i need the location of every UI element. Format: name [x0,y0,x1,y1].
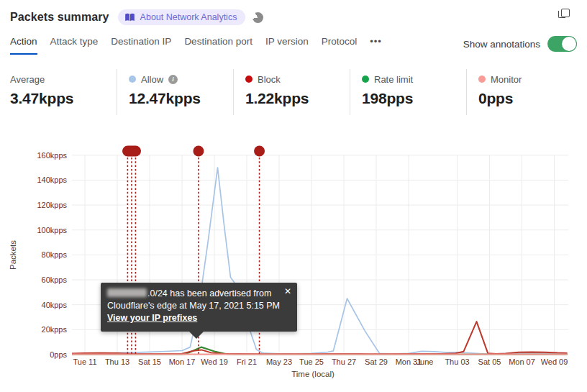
redacted-ip-prefix [107,288,147,297]
x-tick-label: Mon 17 [169,357,196,366]
y-tick-label: 100kpps [37,226,67,234]
y-tick-label: 60kpps [42,275,68,284]
about-network-analytics-badge[interactable]: About Network Analytics [118,9,246,25]
x-tick-label: June [417,357,434,366]
stat-label: Block [258,74,281,85]
y-tick-label: 0pps [50,350,67,359]
y-tick-label: 160kpps [37,151,67,160]
copy-icon[interactable] [561,9,570,17]
y-tick-label: 80kpps [42,250,68,259]
packets-summary-panel: Packets summary About Network Analytics … [0,0,587,392]
tab-attack-type[interactable]: Attack type [50,36,99,53]
annotation-marker[interactable] [254,146,265,157]
tab-destination-ip[interactable]: Destination IP [111,36,171,53]
show-annotations-label: Show annotations [463,39,540,50]
stat-average: Average 3.47kpps [10,69,117,115]
x-tick-label: Wed 19 [201,357,228,366]
tooltip-arrow [188,331,204,339]
stat-value: 198pps [362,90,466,107]
view-ip-prefixes-link[interactable]: View your IP prefixes [107,313,197,323]
toggle-knob [562,37,576,51]
annotation-marker[interactable] [193,146,204,157]
tab-protocol[interactable]: Protocol [322,36,358,53]
x-tick-label: May 23 [266,357,292,366]
stat-allow: Allow i 12.47kpps [117,69,233,115]
y-tick-label: 140kpps [37,176,67,184]
stat-monitor: Monitor 0pps [466,69,583,115]
chart-canvas: 0pps20kpps40kpps60kpps80kpps100kpps120kp… [0,137,587,392]
stat-block: Block 1.22kpps [233,69,350,115]
y-tick-label: 20kpps [42,325,68,334]
panel-header: Packets summary About Network Analytics [10,7,577,27]
pie-chart-icon[interactable] [252,12,263,23]
x-tick-label: Tue 11 [73,357,96,366]
x-tick-label: Thu 13 [105,357,129,366]
stats-row: Average 3.47kpps Allow i 12.47kpps Block… [10,69,587,115]
annotation-tooltip: .0/24 has been advertised from Cloudflar… [101,283,297,332]
page-title: Packets summary [10,11,109,24]
tab-destination-port[interactable]: Destination port [184,36,252,53]
x-tick-label: Tue 25 [299,357,324,366]
block-dot-icon [245,76,252,83]
stat-label: Monitor [491,74,522,85]
x-tick-label: Sat 15 [138,357,161,366]
x-tick-label: Wed 09 [541,357,568,366]
monitor-dot-icon [478,76,486,83]
stat-label: Rate limit [374,74,413,85]
show-annotations-control: Show annotations [463,36,577,52]
info-icon[interactable]: i [168,75,178,84]
allow-dot-icon [129,76,136,83]
x-tick-label: Thu 03 [445,357,469,366]
tooltip-line-1: .0/24 has been advertised from [107,288,278,300]
tab-action[interactable]: Action [10,36,37,55]
stat-value: 12.47kpps [129,90,233,107]
more-tabs-icon[interactable]: ••• [370,36,382,53]
about-badge-label: About Network Analytics [140,12,237,22]
x-tick-label: Mon 07 [509,357,535,366]
stat-value: 0pps [478,90,583,107]
dimension-tabs: Action Attack type Destination IP Destin… [10,36,577,58]
x-axis-caption: Time (local) [291,370,335,378]
stat-label: Average [10,74,45,85]
book-icon [124,12,135,22]
stat-label: Allow [141,74,163,85]
y-tick-label: 40kpps [42,301,68,309]
y-tick-label: 120kpps [37,201,67,209]
close-icon[interactable]: ✕ [284,286,291,296]
x-tick-label: Thu 27 [332,357,356,366]
x-tick-label: Sat 29 [365,357,388,366]
show-annotations-toggle[interactable] [547,36,577,52]
stat-value: 3.47kpps [10,90,117,107]
stat-value: 1.22kpps [245,90,350,107]
packets-time-series-chart: 0pps20kpps40kpps60kpps80kpps100kpps120kp… [0,137,587,392]
tooltip-line-2: Cloudflare's edge at May 17, 2021 5:15 P… [107,300,278,312]
annotation-cluster-marker[interactable] [122,146,141,157]
y-axis-caption: Packets [9,240,17,270]
stat-rate-limit: Rate limit 198pps [350,69,466,115]
rate-limit-dot-icon [362,76,369,83]
x-tick-label: Fri 21 [237,357,257,366]
x-tick-label: Sat 05 [478,357,501,366]
tab-ip-version[interactable]: IP version [265,36,309,53]
